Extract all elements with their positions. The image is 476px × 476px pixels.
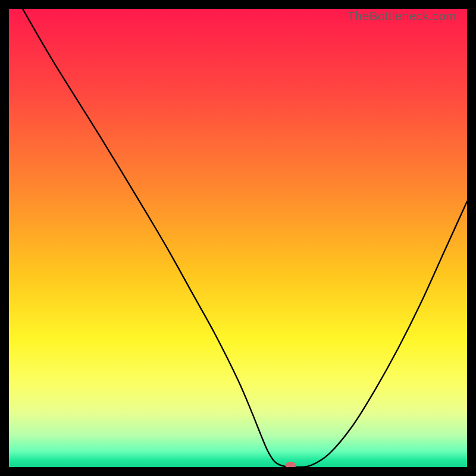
chart-frame: TheBottleneck.com bbox=[9, 9, 467, 467]
gradient-background bbox=[9, 9, 467, 467]
bottleneck-chart bbox=[9, 9, 467, 467]
watermark-text: TheBottleneck.com bbox=[347, 9, 456, 23]
